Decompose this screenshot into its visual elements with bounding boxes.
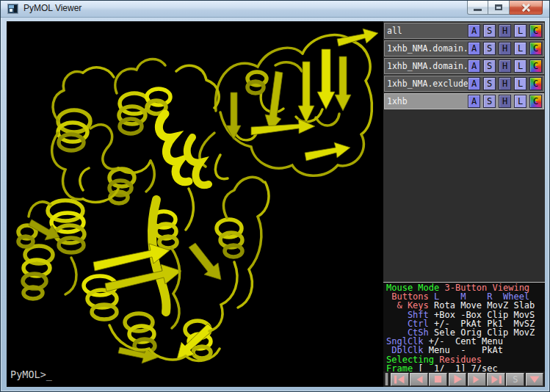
object-row: allASHLC <box>384 23 544 39</box>
object-row: 1xhbASHLC <box>384 93 544 109</box>
show-menu-button[interactable]: S <box>483 95 496 108</box>
mouse-mode-panel: Mouse Mode 3-Button Viewing Buttons L M … <box>383 282 545 373</box>
play-button[interactable] <box>449 373 467 386</box>
hide-menu-button[interactable]: H <box>499 77 511 90</box>
label-menu-button[interactable]: L <box>514 24 527 37</box>
color-menu-button[interactable]: C <box>529 95 542 108</box>
color-menu-button[interactable]: C <box>529 59 542 73</box>
object-name[interactable]: all <box>385 26 468 36</box>
pymol-window: PyMOL Viewer <box>0 0 550 392</box>
s-button-label: S <box>513 374 518 385</box>
step-forward-button[interactable] <box>468 373 486 386</box>
object-row-buttons: ASHLC <box>468 59 542 73</box>
command-prompt[interactable]: PyMOL>_ <box>10 369 52 380</box>
skip-start-icon <box>394 375 405 384</box>
window-title: PyMOL Viewer <box>23 3 82 13</box>
hide-menu-button[interactable]: H <box>499 24 511 37</box>
object-row-buttons: ASHLC <box>468 77 542 90</box>
object-row-buttons: ASHLC <box>468 42 542 55</box>
app-icon-detail <box>10 9 12 12</box>
label-menu-button[interactable]: L <box>514 59 527 73</box>
skip-end-icon <box>491 375 502 384</box>
maximize-icon <box>495 4 502 10</box>
object-row: 1xhb_NMA.domain.ASHLC <box>384 58 544 74</box>
close-button[interactable] <box>510 1 543 15</box>
show-menu-button[interactable]: S <box>483 59 496 73</box>
protein-cartoon <box>7 21 383 387</box>
rewind-button[interactable] <box>391 373 409 386</box>
close-icon <box>521 4 531 12</box>
show-menu-button[interactable]: S <box>483 77 496 90</box>
minimize-button[interactable] <box>467 1 488 15</box>
mouse-help-lines: Mouse Mode 3-Button Viewing Buttons L M … <box>383 283 545 373</box>
object-name[interactable]: 1xhb_NMA.exclude <box>385 79 468 89</box>
viewport-3d[interactable]: PyMOL>_ <box>7 21 383 387</box>
show-menu-button[interactable]: S <box>483 24 496 37</box>
scene-loop-button[interactable]: S <box>506 373 524 386</box>
stop-button[interactable] <box>429 373 447 386</box>
playback-bar: S <box>383 371 545 387</box>
playback-separator <box>385 373 388 385</box>
object-name[interactable]: 1xhb <box>385 96 468 106</box>
stop-icon <box>434 375 442 383</box>
fast-forward-button[interactable] <box>487 373 505 386</box>
triangle-down-icon <box>529 376 540 383</box>
step-forward-icon <box>472 375 481 384</box>
label-menu-button[interactable]: L <box>514 95 527 108</box>
maximize-button[interactable] <box>488 1 510 15</box>
title-bar[interactable]: PyMOL Viewer <box>1 1 549 18</box>
app-icon-detail <box>9 5 14 8</box>
app-icon-detail <box>14 5 17 12</box>
action-menu-button[interactable]: A <box>468 42 480 55</box>
object-name[interactable]: 1xhb_NMA.domain. <box>385 43 468 54</box>
show-menu-button[interactable]: S <box>483 42 496 55</box>
object-list: allASHLC1xhb_NMA.domain.ASHLC1xhb_NMA.do… <box>384 23 544 111</box>
color-menu-button[interactable]: C <box>529 42 542 55</box>
action-menu-button[interactable]: A <box>468 59 480 73</box>
step-back-button[interactable] <box>410 373 428 386</box>
hide-menu-button[interactable]: H <box>499 95 511 108</box>
window-controls <box>467 1 543 15</box>
action-menu-button[interactable]: A <box>468 95 480 108</box>
action-menu-button[interactable]: A <box>468 77 480 90</box>
object-name[interactable]: 1xhb_NMA.domain. <box>385 61 468 71</box>
color-menu-button[interactable]: C <box>529 77 542 90</box>
label-menu-button[interactable]: L <box>514 77 527 90</box>
label-menu-button[interactable]: L <box>514 42 527 55</box>
object-row-buttons: ASHLC <box>468 24 542 37</box>
hide-menu-button[interactable]: H <box>499 42 511 55</box>
minimize-icon <box>474 9 482 11</box>
step-back-icon <box>415 375 424 384</box>
internal-gui-panel: allASHLC1xhb_NMA.domain.ASHLC1xhb_NMA.do… <box>383 21 545 387</box>
object-row: 1xhb_NMA.excludeASHLC <box>384 76 544 92</box>
play-icon <box>453 374 463 384</box>
playback-menu-button[interactable] <box>526 373 544 386</box>
action-menu-button[interactable]: A <box>468 24 480 37</box>
object-row-buttons: ASHLC <box>468 95 542 108</box>
object-row: 1xhb_NMA.domain.ASHLC <box>384 40 544 57</box>
pymol-app-icon[interactable] <box>7 4 18 14</box>
hide-menu-button[interactable]: H <box>499 59 511 73</box>
color-menu-button[interactable]: C <box>529 24 542 37</box>
